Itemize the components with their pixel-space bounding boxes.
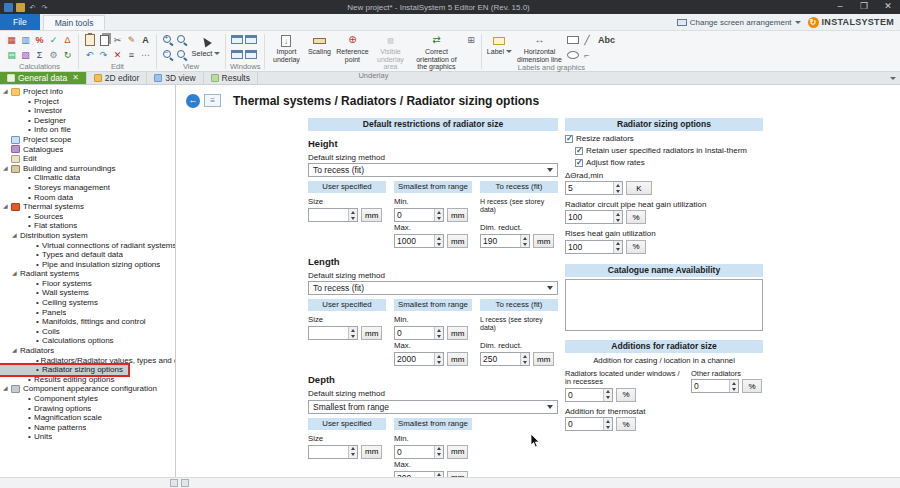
undo-icon[interactable]: ↶ [28, 3, 37, 12]
tab-overflow-chevron[interactable] [886, 72, 900, 84]
tree-item-project-info[interactable]: ◢Project info [0, 87, 175, 97]
minimize-button[interactable]: – [828, 0, 852, 14]
height-sizing-method-select[interactable]: To recess (fit) [308, 163, 558, 177]
depth-min-unit-button[interactable]: mm [447, 445, 468, 459]
expander-icon[interactable]: ◢ [3, 87, 11, 97]
format-icon[interactable]: ≡ [125, 48, 138, 61]
more-icon[interactable]: ⋯ [139, 48, 152, 61]
undo-icon[interactable]: ↶ [83, 48, 96, 61]
tree-item-name-patterns[interactable]: •Name patterns [0, 423, 175, 433]
tree-item-info-on-file[interactable]: •Info on file [0, 125, 175, 135]
change-screen-arrangement-button[interactable]: Change screen arrangement [677, 18, 801, 27]
zoom-fit-icon[interactable] [175, 33, 188, 46]
expander-icon[interactable]: ◢ [12, 269, 20, 279]
results-grid-icon[interactable]: ▤ [5, 48, 18, 61]
length-max-input[interactable]: 2000 [394, 352, 444, 366]
risers-heat-gain-unit-button[interactable]: % [626, 240, 646, 254]
window-new-icon[interactable] [244, 33, 257, 46]
correct-orientation-button[interactable]: ⇄ Correct orientation of the graphics [411, 33, 461, 71]
spinner-arrows[interactable] [613, 182, 622, 194]
visible-underlay-area-button[interactable]: ▧ Visible underlay area [372, 33, 408, 71]
tree-item-manifolds-fittings-and-control[interactable]: •Manifolds, fittings and control [0, 317, 175, 327]
zoom-page-icon[interactable] [175, 48, 188, 61]
height-dim-reduct-unit-button[interactable]: mm [533, 234, 554, 248]
delete-icon[interactable]: ✕ [111, 48, 124, 61]
calculation-table-icon[interactable]: ▦ [5, 33, 18, 46]
find-icon[interactable]: A [139, 33, 152, 46]
ellipse-shape-icon[interactable] [566, 48, 579, 61]
height-size-unit-button[interactable]: mm [361, 208, 382, 222]
tree-item-storeys-management[interactable]: •Storeys management [0, 183, 175, 193]
length-dim-reduct-input[interactable]: 250 [480, 352, 530, 366]
delta-icon[interactable]: Δ [61, 33, 74, 46]
line-shape-icon[interactable]: ╱ [580, 33, 593, 46]
pipe-heat-gain-unit-button[interactable]: % [626, 210, 646, 224]
check-data-icon[interactable]: ✓ [47, 33, 60, 46]
import-underlay-button[interactable]: ↓ Import underlay [269, 33, 303, 63]
expander-icon[interactable]: ◢ [12, 346, 20, 356]
calc-options-icon[interactable]: ⚙ [47, 48, 60, 61]
percent-icon[interactable]: % [33, 33, 46, 46]
under-windows-input[interactable]: 0 [565, 388, 613, 402]
zoom-out-icon[interactable]: − [161, 48, 174, 61]
tree-item-drawing-options[interactable]: •Drawing options [0, 404, 175, 414]
tree-item-wall-systems[interactable]: •Wall systems [0, 288, 175, 298]
label-button[interactable]: Label [486, 33, 512, 56]
spinner-arrows[interactable] [434, 446, 443, 458]
polyline-shape-icon[interactable]: ⌐ [580, 48, 593, 61]
tree-item-climatic-data[interactable]: •Climatic data [0, 173, 175, 183]
file-menu-button[interactable]: File [0, 14, 40, 30]
spinner-arrows[interactable] [613, 241, 622, 253]
scaling-button[interactable]: Scaling [306, 33, 332, 56]
spinner-arrows[interactable] [603, 418, 612, 430]
tab-3d-view[interactable]: 3D view [147, 72, 203, 84]
maximize-button[interactable]: ❐ [852, 0, 876, 14]
close-button[interactable]: ✕ [876, 0, 900, 14]
length-size-unit-button[interactable]: mm [361, 326, 382, 340]
tree-item-designer[interactable]: •Designer [0, 116, 175, 126]
thermostat-addition-input[interactable]: 0 [565, 417, 613, 431]
tree-item-radiant-systems[interactable]: ◢Radiant systems [0, 269, 175, 279]
spinner-arrows[interactable] [348, 327, 357, 339]
length-sizing-method-select[interactable]: To recess (fit) [308, 281, 558, 295]
tree-item-virtual-connections-of-radiant-systems[interactable]: •Virtual connections of radiant systems [0, 241, 175, 251]
other-radiators-unit-button[interactable]: % [742, 379, 762, 393]
other-radiators-input[interactable]: 0 [691, 379, 739, 393]
tree-item-floor-systems[interactable]: •Floor systems [0, 279, 175, 289]
height-size-input[interactable] [308, 208, 358, 222]
expander-icon[interactable]: ◢ [3, 202, 11, 212]
tree-item-panels[interactable]: •Panels [0, 308, 175, 318]
save-icon[interactable] [16, 3, 25, 12]
height-min-unit-button[interactable]: mm [447, 208, 468, 222]
close-tab-icon[interactable]: ✕ [72, 74, 79, 82]
cut-icon[interactable]: ✂ [111, 33, 124, 46]
depth-size-unit-button[interactable]: mm [361, 445, 382, 459]
tree-item-types-and-default-data[interactable]: •Types and default data [0, 250, 175, 260]
tree-item-project[interactable]: •Project [0, 97, 175, 107]
copy-icon[interactable] [97, 33, 110, 46]
spinner-arrows[interactable] [520, 353, 529, 365]
tree-item-magnification-scale[interactable]: •Magnification scale [0, 413, 175, 423]
spinner-arrows[interactable] [434, 353, 443, 365]
tree-item-thermal-systems[interactable]: ◢Thermal systems [0, 202, 175, 212]
under-windows-unit-button[interactable]: % [616, 388, 636, 402]
height-max-input[interactable]: 1000 [394, 234, 444, 248]
status-icon[interactable] [170, 479, 178, 487]
select-tool-button[interactable]: Select [191, 33, 221, 58]
horizontal-dimension-line-button[interactable]: ↔ Horizontal dimension line [515, 33, 563, 63]
tab-results[interactable]: Results [204, 72, 258, 84]
expander-icon[interactable]: ◢ [3, 384, 11, 394]
tree-item-radiator-sizing-options[interactable]: •Radiator sizing options [0, 365, 128, 375]
spinner-arrows[interactable] [434, 327, 443, 339]
rectangle-shape-icon[interactable] [566, 33, 579, 46]
risers-heat-gain-input[interactable]: 100 [565, 240, 623, 254]
back-button[interactable]: ← [186, 94, 200, 108]
dtrad-min-input[interactable]: 5 [565, 181, 623, 195]
tree-item-ceiling-systems[interactable]: •Ceiling systems [0, 298, 175, 308]
expander-icon[interactable]: ◢ [12, 231, 20, 241]
zoom-in-icon[interactable]: + [161, 33, 174, 46]
tab-general-data[interactable]: General data ✕ [0, 72, 87, 84]
status-icon[interactable] [181, 479, 189, 487]
redo-icon[interactable]: ↷ [40, 3, 49, 12]
resize-radiators-checkbox[interactable]: Resize radiators [565, 134, 763, 143]
